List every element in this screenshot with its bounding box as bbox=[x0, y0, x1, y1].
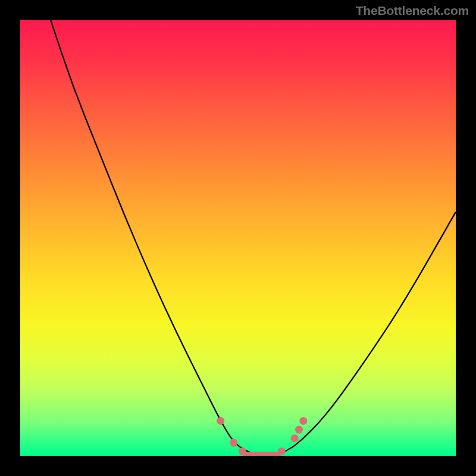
curve-marker bbox=[278, 447, 286, 455]
curve-marker bbox=[230, 439, 237, 447]
bottleneck-curve bbox=[51, 20, 456, 456]
curve-marker bbox=[239, 447, 246, 455]
plot-area bbox=[20, 20, 456, 456]
curve-marker bbox=[295, 426, 303, 434]
bottleneck-curve-svg bbox=[20, 20, 456, 456]
watermark-text: TheBottleneck.com bbox=[356, 4, 469, 18]
curve-marker bbox=[299, 417, 307, 425]
curve-marker bbox=[217, 417, 224, 425]
chart-frame: TheBottleneck.com bbox=[0, 0, 476, 476]
curve-marker bbox=[291, 434, 299, 442]
